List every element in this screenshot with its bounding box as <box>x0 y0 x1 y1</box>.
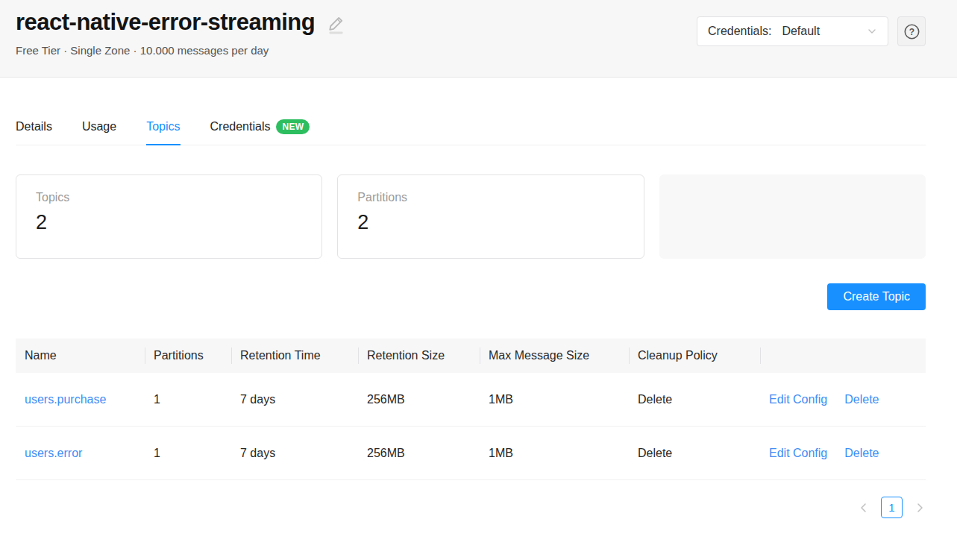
table-toolbar: Create Topic <box>16 283 926 310</box>
page-title: react-native-error-streaming <box>16 6 315 39</box>
tab-topics[interactable]: Topics <box>146 119 180 145</box>
question-circle-icon: ? <box>903 23 920 40</box>
col-header-retention-time: Retention Time <box>231 339 358 373</box>
tab-details[interactable]: Details <box>16 119 52 145</box>
topic-name-link[interactable]: users.error <box>25 447 82 459</box>
col-header-partitions: Partitions <box>145 339 231 373</box>
col-header-actions <box>760 339 926 373</box>
cell-max-message-size: 1MB <box>480 427 629 480</box>
new-badge: NEW <box>276 119 310 134</box>
page-number-button[interactable]: 1 <box>881 497 903 518</box>
cell-cleanup-policy: Delete <box>629 427 760 480</box>
stat-card-topics: Topics 2 <box>16 174 322 259</box>
create-topic-button[interactable]: Create Topic <box>827 283 926 310</box>
tab-usage[interactable]: Usage <box>82 119 116 145</box>
tab-credentials-label: Credentials <box>210 120 271 133</box>
cell-retention-time: 7 days <box>231 427 358 480</box>
cell-partitions: 1 <box>145 373 231 427</box>
row-actions: Edit Config Delete <box>769 373 917 426</box>
edit-config-link[interactable]: Edit Config <box>769 393 827 406</box>
chevron-down-icon <box>867 26 877 37</box>
col-header-name: Name <box>16 339 145 373</box>
main-content: Details Usage Topics Credentials NEW Top… <box>0 119 957 518</box>
col-header-cleanup-policy: Cleanup Policy <box>629 339 760 373</box>
previous-page-icon[interactable] <box>858 497 870 518</box>
pagination: 1 <box>16 497 926 518</box>
cell-retention-size: 256MB <box>358 427 480 480</box>
col-header-max-message-size: Max Message Size <box>480 339 629 373</box>
tab-topics-label: Topics <box>146 120 180 133</box>
table-row: users.error 1 7 days 256MB 1MB Delete Ed… <box>16 427 926 480</box>
edit-title-icon[interactable] <box>327 14 345 34</box>
col-header-retention-size: Retention Size <box>358 339 480 373</box>
cluster-header-left: react-native-error-streaming Free Tier ·… <box>16 6 345 57</box>
tab-credentials[interactable]: Credentials NEW <box>210 119 310 145</box>
cluster-header: react-native-error-streaming Free Tier ·… <box>0 0 957 78</box>
credentials-value: Default <box>782 25 867 38</box>
tab-usage-label: Usage <box>82 120 116 133</box>
topics-table: Name Partitions Retention Time Retention… <box>16 339 926 480</box>
svg-text:?: ? <box>909 26 914 37</box>
cluster-subtitle: Free Tier · Single Zone · 10.000 message… <box>16 44 345 57</box>
stat-partitions-value: 2 <box>357 211 624 234</box>
table-row: users.purchase 1 7 days 256MB 1MB Delete… <box>16 373 926 427</box>
stat-topics-label: Topics <box>36 191 302 204</box>
tab-details-label: Details <box>16 120 52 133</box>
delete-topic-link[interactable]: Delete <box>844 393 879 406</box>
row-actions: Edit Config Delete <box>769 427 917 479</box>
next-page-icon[interactable] <box>914 497 926 518</box>
topics-table-header: Name Partitions Retention Time Retention… <box>16 339 926 373</box>
cell-partitions: 1 <box>145 427 231 480</box>
edit-config-link[interactable]: Edit Config <box>769 447 827 460</box>
tab-bar: Details Usage Topics Credentials NEW <box>16 119 926 145</box>
cell-cleanup-policy: Delete <box>629 373 760 427</box>
credentials-label: Credentials: <box>708 25 771 38</box>
cell-retention-size: 256MB <box>358 373 480 427</box>
topic-name-link[interactable]: users.purchase <box>25 393 106 406</box>
delete-topic-link[interactable]: Delete <box>844 447 879 460</box>
stat-partitions-label: Partitions <box>357 191 624 204</box>
stat-card-partitions: Partitions 2 <box>337 174 644 259</box>
stat-topics-value: 2 <box>36 211 302 234</box>
help-button[interactable]: ? <box>897 16 926 46</box>
cell-max-message-size: 1MB <box>480 373 629 427</box>
cell-retention-time: 7 days <box>231 373 358 427</box>
stats-row: Topics 2 Partitions 2 <box>16 174 926 259</box>
empty-stat-card <box>659 174 926 259</box>
header-controls: Credentials: Default ? <box>697 16 926 46</box>
credentials-select[interactable]: Credentials: Default <box>697 16 888 46</box>
